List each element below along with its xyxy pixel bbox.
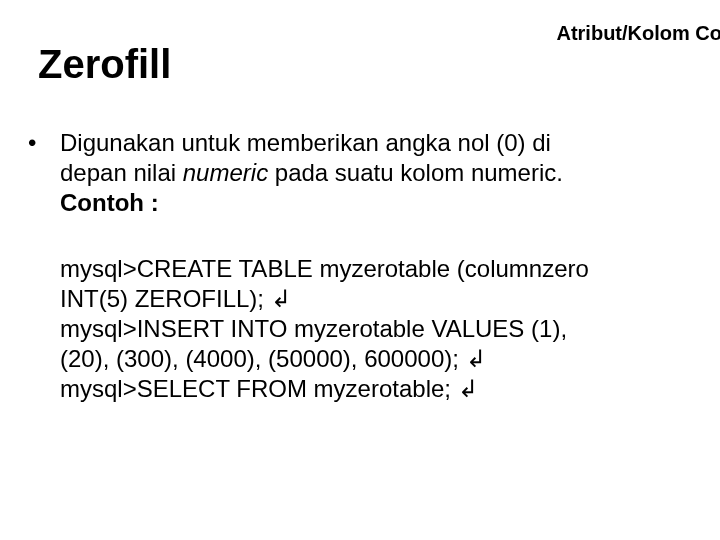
- page-title: Zerofill: [38, 42, 171, 87]
- code-line-2: INT(5) ZEROFILL); ↲: [60, 284, 700, 314]
- return-icon: ↲: [264, 285, 291, 312]
- code-block: mysql>CREATE TABLE myzerotable (columnze…: [60, 254, 700, 404]
- bullet-line-2: depan nilai numeric pada suatu kolom num…: [60, 158, 563, 188]
- bullet-line-1: Digunakan untuk memberikan angka nol (0)…: [60, 128, 563, 158]
- bullet-body: Digunakan untuk memberikan angka nol (0)…: [60, 128, 563, 218]
- code-line-1: mysql>CREATE TABLE myzerotable (columnze…: [60, 254, 700, 284]
- bullet-line-2-post: pada suatu kolom numeric.: [268, 159, 563, 186]
- return-icon: ↲: [459, 345, 486, 372]
- return-icon: ↲: [451, 375, 478, 402]
- code-line-4: (20), (300), (4000), (50000), 600000); ↲: [60, 344, 700, 374]
- content: • Digunakan untuk memberikan angka nol (…: [28, 128, 700, 404]
- code-line-3: mysql>INSERT INTO myzerotable VALUES (1)…: [60, 314, 700, 344]
- bullet-marker: •: [28, 128, 60, 158]
- bullet-line-2-pre: depan nilai: [60, 159, 183, 186]
- bullet-item: • Digunakan untuk memberikan angka nol (…: [28, 128, 700, 218]
- code-line-2-text: INT(5) ZEROFILL);: [60, 285, 264, 312]
- bullet-line-2-italic: numeric: [183, 159, 268, 186]
- code-line-5-text: mysql>SELECT FROM myzerotable;: [60, 375, 451, 402]
- header-top-right: Atribut/Kolom Co: [556, 22, 720, 45]
- code-line-4-text: (20), (300), (4000), (50000), 600000);: [60, 345, 459, 372]
- code-line-5: mysql>SELECT FROM myzerotable; ↲: [60, 374, 700, 404]
- bullet-line-3: Contoh :: [60, 188, 563, 218]
